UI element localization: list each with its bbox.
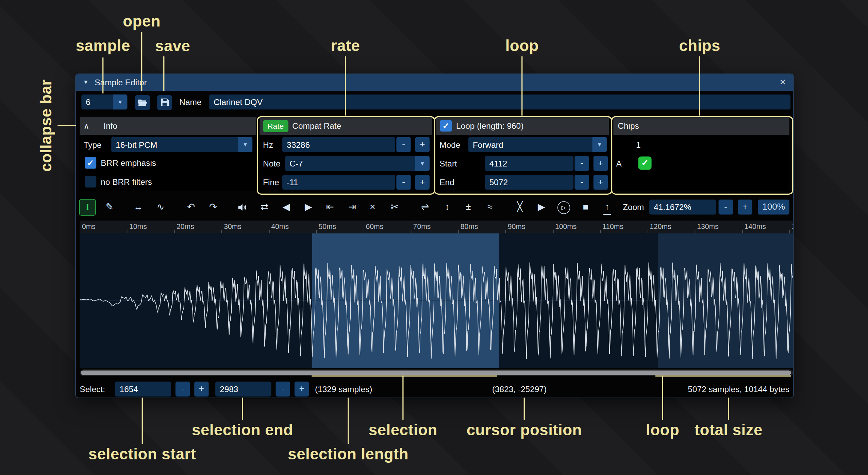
fine-minus-button[interactable]: -	[396, 175, 411, 190]
amplify-button[interactable]	[234, 199, 251, 216]
trim-button[interactable]: ✂	[386, 199, 403, 216]
window-collapse-icon[interactable]: ▼	[83, 74, 88, 91]
signed-invert-button[interactable]: ±	[460, 199, 477, 216]
brr-emphasis-label: BRR emphasis	[101, 155, 156, 170]
type-dropdown-icon[interactable]: ▼	[238, 137, 252, 152]
apply-silence-button[interactable]: ⇥	[344, 199, 361, 216]
selection-end-minus-button[interactable]: -	[276, 382, 290, 397]
note-dropdown-icon[interactable]: ▼	[415, 156, 430, 171]
annotation-cursor-position-line	[524, 398, 525, 420]
cursor-position-text: (3823, -25297)	[492, 382, 547, 397]
zoom-in-button[interactable]: +	[738, 200, 752, 215]
folder-open-icon	[137, 97, 148, 108]
loop-mode-dropdown-icon[interactable]: ▼	[592, 137, 606, 152]
save-sample-button[interactable]	[157, 95, 172, 110]
fine-plus-button[interactable]: +	[415, 175, 430, 190]
annotation-total-size-label: total size	[695, 421, 763, 439]
annotation-sample-label: sample	[76, 37, 130, 55]
loop-start-input[interactable]: 4112	[485, 156, 573, 171]
preview-button[interactable]: ▶	[533, 199, 550, 216]
ruler-tickmark	[174, 230, 175, 233]
annotation-selection-bracket	[312, 375, 497, 376]
sample-number-dropdown-icon[interactable]: ▼	[113, 94, 127, 109]
ruler-tickmark	[364, 230, 364, 233]
ruler-tickmark	[648, 230, 648, 233]
ruler-tickmark	[553, 230, 553, 233]
selection-length-text: (1329 samples)	[315, 382, 372, 397]
waveform-scrollbar-thumb[interactable]	[81, 370, 791, 375]
upload-button[interactable]: ↑	[599, 199, 616, 216]
chip-enabled-checkbox[interactable]: ✓	[638, 157, 652, 170]
fine-input[interactable]: -11	[282, 175, 395, 190]
hz-minus-button[interactable]: -	[396, 137, 411, 152]
annotation-selection-start-line	[142, 398, 143, 444]
crossfade-button[interactable]: ╳	[512, 199, 528, 216]
titlebar[interactable]: ▼ Sample Editor ×	[76, 74, 793, 91]
ruler-tickmark	[505, 230, 506, 233]
annotation-selection-stem	[402, 375, 403, 420]
resample-button[interactable]: ∿	[152, 199, 169, 216]
loop-end-input[interactable]: 5072	[485, 175, 573, 190]
ruler-tick: 140ms	[744, 222, 766, 230]
stop-button[interactable]: ■	[578, 199, 594, 216]
waveform-scrollbar-track[interactable]	[80, 369, 793, 376]
redo-button[interactable]: ↷	[205, 199, 221, 216]
rate-tag-button[interactable]: Rate	[263, 120, 288, 132]
fade-out-button[interactable]: ▶	[300, 199, 317, 216]
total-size-text: 5072 samples, 10144 bytes	[688, 382, 789, 397]
ruler-tickmark	[600, 230, 601, 233]
zoom-out-button[interactable]: -	[719, 200, 733, 215]
annotation-total-size-line	[728, 398, 729, 420]
loop-mode-select[interactable]: Forward	[468, 137, 607, 152]
selection-start-minus-button[interactable]: -	[176, 382, 190, 397]
no-brr-filters-checkbox[interactable]	[85, 176, 96, 188]
brr-emphasis-checkbox[interactable]: ✓	[85, 157, 96, 169]
ruler-tick: 40ms	[271, 222, 289, 230]
waveform-path	[80, 262, 793, 359]
edit-select-button[interactable]: I	[79, 199, 96, 216]
sample-name-input[interactable]: Clarinet DQV	[209, 94, 790, 109]
loop-end-label: End	[439, 175, 454, 190]
chip-row-label: A	[616, 156, 621, 171]
hz-plus-button[interactable]: +	[415, 137, 430, 152]
timeline-ruler[interactable]: 0ms10ms20ms30ms40ms50ms60ms70ms80ms90ms1…	[80, 221, 793, 233]
ruler-tick: 110ms	[602, 222, 623, 230]
selection-start-input[interactable]: 1654	[115, 382, 171, 397]
loop-end-minus-button[interactable]: -	[574, 175, 589, 190]
annotation-cursor-position-label: cursor position	[467, 421, 582, 439]
insert-silence-button[interactable]: ⇤	[322, 199, 338, 216]
compat-rate-label[interactable]: Compat Rate	[292, 117, 341, 135]
close-icon[interactable]: ×	[777, 74, 789, 91]
loop-end-plus-button[interactable]: +	[594, 175, 608, 190]
open-sample-button[interactable]	[135, 95, 150, 110]
sample-type-select[interactable]: 16-bit PCM	[111, 137, 252, 152]
waveform-display[interactable]	[80, 233, 793, 368]
loop-enable-checkbox[interactable]: ✓	[440, 120, 452, 131]
fade-in-button[interactable]: ◀	[278, 199, 295, 216]
zoom-reset-button[interactable]: 100%	[758, 200, 789, 215]
filter-button[interactable]: ≈	[482, 199, 498, 216]
invert-button[interactable]: ↕	[439, 199, 456, 216]
selection-start-plus-button[interactable]: +	[194, 382, 208, 397]
selection-end-input[interactable]: 2983	[215, 382, 271, 397]
resize-button[interactable]: ↔	[130, 199, 147, 216]
collapse-bar-icon[interactable]: ∧	[84, 117, 89, 135]
reverse-button[interactable]: ⇌	[417, 199, 434, 216]
delete-button[interactable]: ×	[364, 199, 381, 216]
ruler-tickmark	[316, 230, 317, 233]
ruler-tickmark	[222, 230, 222, 233]
draw-button[interactable]: ✎	[101, 199, 118, 216]
hz-input[interactable]: 33286	[282, 137, 395, 152]
note-select[interactable]: C-7	[285, 156, 430, 171]
preview-loop-button[interactable]: ▷	[555, 199, 572, 216]
loop-start-plus-button[interactable]: +	[594, 156, 608, 171]
normalize-button[interactable]: ⇄	[256, 199, 273, 216]
annotation-collapse-bar-label: collapse bar	[38, 80, 55, 172]
annotation-loop-bracket	[655, 375, 791, 376]
loop-start-minus-button[interactable]: -	[574, 156, 589, 171]
annotation-chips-label: chips	[679, 37, 720, 55]
chips-header-label: Chips	[618, 117, 639, 135]
selection-end-plus-button[interactable]: +	[295, 382, 309, 397]
zoom-input[interactable]: 41.1672%	[649, 200, 716, 215]
undo-button[interactable]: ↶	[183, 199, 199, 216]
